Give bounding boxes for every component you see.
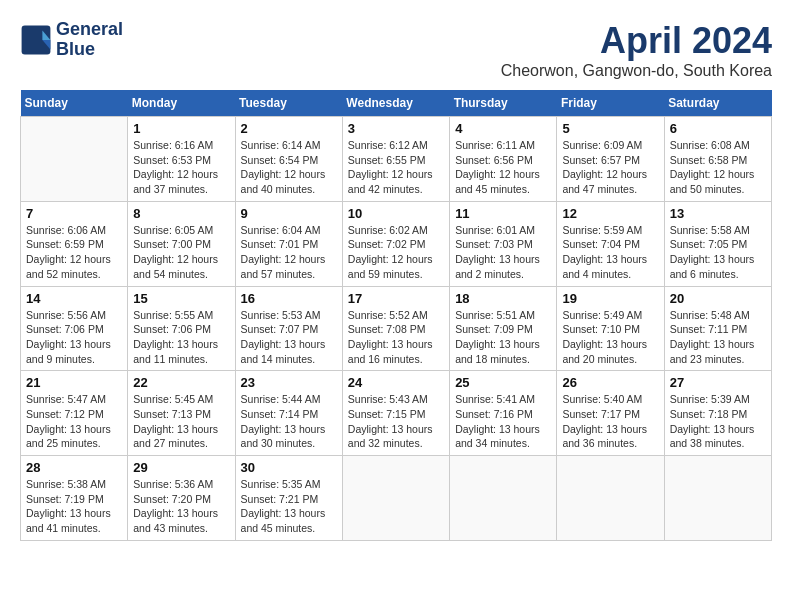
sunset-text: Sunset: 7:00 PM xyxy=(133,237,229,252)
calendar-cell: 22Sunrise: 5:45 AMSunset: 7:13 PMDayligh… xyxy=(128,371,235,456)
day-info: Sunrise: 5:48 AMSunset: 7:11 PMDaylight:… xyxy=(670,308,766,367)
day-info: Sunrise: 5:36 AMSunset: 7:20 PMDaylight:… xyxy=(133,477,229,536)
sunset-text: Sunset: 7:06 PM xyxy=(26,322,122,337)
calendar-cell: 2Sunrise: 6:14 AMSunset: 6:54 PMDaylight… xyxy=(235,117,342,202)
day-info: Sunrise: 5:59 AMSunset: 7:04 PMDaylight:… xyxy=(562,223,658,282)
sunrise-text: Sunrise: 5:36 AM xyxy=(133,477,229,492)
day-info: Sunrise: 6:06 AMSunset: 6:59 PMDaylight:… xyxy=(26,223,122,282)
week-row-2: 7Sunrise: 6:06 AMSunset: 6:59 PMDaylight… xyxy=(21,201,772,286)
calendar-cell: 6Sunrise: 6:08 AMSunset: 6:58 PMDaylight… xyxy=(664,117,771,202)
daylight-text-line1: Daylight: 13 hours xyxy=(670,337,766,352)
daylight-text-line2: and 18 minutes. xyxy=(455,352,551,367)
daylight-text-line1: Daylight: 12 hours xyxy=(348,167,444,182)
daylight-text-line2: and 36 minutes. xyxy=(562,436,658,451)
sunrise-text: Sunrise: 5:35 AM xyxy=(241,477,337,492)
daylight-text-line2: and 6 minutes. xyxy=(670,267,766,282)
sunrise-text: Sunrise: 6:09 AM xyxy=(562,138,658,153)
calendar-table: SundayMondayTuesdayWednesdayThursdayFrid… xyxy=(20,90,772,541)
calendar-cell: 16Sunrise: 5:53 AMSunset: 7:07 PMDayligh… xyxy=(235,286,342,371)
sunset-text: Sunset: 6:54 PM xyxy=(241,153,337,168)
week-row-3: 14Sunrise: 5:56 AMSunset: 7:06 PMDayligh… xyxy=(21,286,772,371)
day-number: 19 xyxy=(562,291,658,306)
sunset-text: Sunset: 7:09 PM xyxy=(455,322,551,337)
daylight-text-line1: Daylight: 13 hours xyxy=(241,337,337,352)
day-info: Sunrise: 5:47 AMSunset: 7:12 PMDaylight:… xyxy=(26,392,122,451)
day-info: Sunrise: 6:08 AMSunset: 6:58 PMDaylight:… xyxy=(670,138,766,197)
daylight-text-line2: and 47 minutes. xyxy=(562,182,658,197)
weekday-header-wednesday: Wednesday xyxy=(342,90,449,117)
day-number: 5 xyxy=(562,121,658,136)
day-number: 18 xyxy=(455,291,551,306)
sunrise-text: Sunrise: 6:14 AM xyxy=(241,138,337,153)
weekday-header-friday: Friday xyxy=(557,90,664,117)
calendar-cell xyxy=(557,456,664,541)
day-number: 13 xyxy=(670,206,766,221)
calendar-cell: 8Sunrise: 6:05 AMSunset: 7:00 PMDaylight… xyxy=(128,201,235,286)
daylight-text-line2: and 27 minutes. xyxy=(133,436,229,451)
daylight-text-line1: Daylight: 12 hours xyxy=(562,167,658,182)
daylight-text-line2: and 4 minutes. xyxy=(562,267,658,282)
daylight-text-line1: Daylight: 13 hours xyxy=(241,506,337,521)
calendar-cell: 7Sunrise: 6:06 AMSunset: 6:59 PMDaylight… xyxy=(21,201,128,286)
day-number: 28 xyxy=(26,460,122,475)
day-number: 21 xyxy=(26,375,122,390)
day-info: Sunrise: 5:45 AMSunset: 7:13 PMDaylight:… xyxy=(133,392,229,451)
calendar-cell: 30Sunrise: 5:35 AMSunset: 7:21 PMDayligh… xyxy=(235,456,342,541)
calendar-cell: 14Sunrise: 5:56 AMSunset: 7:06 PMDayligh… xyxy=(21,286,128,371)
day-info: Sunrise: 5:39 AMSunset: 7:18 PMDaylight:… xyxy=(670,392,766,451)
day-number: 3 xyxy=(348,121,444,136)
daylight-text-line2: and 9 minutes. xyxy=(26,352,122,367)
daylight-text-line1: Daylight: 13 hours xyxy=(26,506,122,521)
daylight-text-line1: Daylight: 12 hours xyxy=(348,252,444,267)
day-number: 1 xyxy=(133,121,229,136)
sunset-text: Sunset: 7:20 PM xyxy=(133,492,229,507)
daylight-text-line2: and 20 minutes. xyxy=(562,352,658,367)
calendar-cell: 5Sunrise: 6:09 AMSunset: 6:57 PMDaylight… xyxy=(557,117,664,202)
calendar-cell: 4Sunrise: 6:11 AMSunset: 6:56 PMDaylight… xyxy=(450,117,557,202)
calendar-cell: 17Sunrise: 5:52 AMSunset: 7:08 PMDayligh… xyxy=(342,286,449,371)
sunset-text: Sunset: 6:55 PM xyxy=(348,153,444,168)
day-info: Sunrise: 5:49 AMSunset: 7:10 PMDaylight:… xyxy=(562,308,658,367)
sunrise-text: Sunrise: 5:55 AM xyxy=(133,308,229,323)
daylight-text-line2: and 38 minutes. xyxy=(670,436,766,451)
daylight-text-line1: Daylight: 12 hours xyxy=(241,252,337,267)
daylight-text-line1: Daylight: 13 hours xyxy=(562,337,658,352)
daylight-text-line2: and 25 minutes. xyxy=(26,436,122,451)
day-number: 26 xyxy=(562,375,658,390)
day-number: 6 xyxy=(670,121,766,136)
calendar-cell: 13Sunrise: 5:58 AMSunset: 7:05 PMDayligh… xyxy=(664,201,771,286)
daylight-text-line2: and 42 minutes. xyxy=(348,182,444,197)
logo-icon xyxy=(20,24,52,56)
day-info: Sunrise: 5:52 AMSunset: 7:08 PMDaylight:… xyxy=(348,308,444,367)
day-number: 9 xyxy=(241,206,337,221)
sunset-text: Sunset: 6:57 PM xyxy=(562,153,658,168)
daylight-text-line2: and 30 minutes. xyxy=(241,436,337,451)
sunrise-text: Sunrise: 5:59 AM xyxy=(562,223,658,238)
day-number: 8 xyxy=(133,206,229,221)
daylight-text-line2: and 43 minutes. xyxy=(133,521,229,536)
daylight-text-line2: and 41 minutes. xyxy=(26,521,122,536)
day-info: Sunrise: 5:51 AMSunset: 7:09 PMDaylight:… xyxy=(455,308,551,367)
sunrise-text: Sunrise: 6:01 AM xyxy=(455,223,551,238)
daylight-text-line2: and 34 minutes. xyxy=(455,436,551,451)
sunrise-text: Sunrise: 6:05 AM xyxy=(133,223,229,238)
daylight-text-line1: Daylight: 12 hours xyxy=(670,167,766,182)
day-number: 24 xyxy=(348,375,444,390)
day-number: 22 xyxy=(133,375,229,390)
daylight-text-line2: and 16 minutes. xyxy=(348,352,444,367)
daylight-text-line1: Daylight: 13 hours xyxy=(670,422,766,437)
sunrise-text: Sunrise: 5:58 AM xyxy=(670,223,766,238)
sunrise-text: Sunrise: 5:48 AM xyxy=(670,308,766,323)
day-info: Sunrise: 5:56 AMSunset: 7:06 PMDaylight:… xyxy=(26,308,122,367)
sunrise-text: Sunrise: 6:06 AM xyxy=(26,223,122,238)
sunrise-text: Sunrise: 5:38 AM xyxy=(26,477,122,492)
weekday-header-tuesday: Tuesday xyxy=(235,90,342,117)
daylight-text-line2: and 32 minutes. xyxy=(348,436,444,451)
calendar-cell: 18Sunrise: 5:51 AMSunset: 7:09 PMDayligh… xyxy=(450,286,557,371)
day-info: Sunrise: 5:44 AMSunset: 7:14 PMDaylight:… xyxy=(241,392,337,451)
logo-text: General Blue xyxy=(56,20,123,60)
day-info: Sunrise: 6:02 AMSunset: 7:02 PMDaylight:… xyxy=(348,223,444,282)
daylight-text-line1: Daylight: 13 hours xyxy=(241,422,337,437)
calendar-cell: 29Sunrise: 5:36 AMSunset: 7:20 PMDayligh… xyxy=(128,456,235,541)
daylight-text-line2: and 54 minutes. xyxy=(133,267,229,282)
